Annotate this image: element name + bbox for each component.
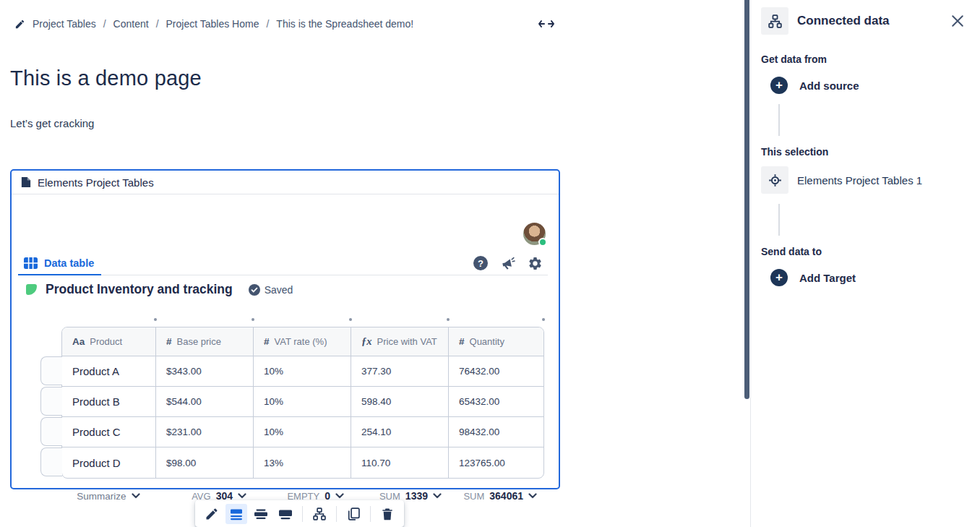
value-cell[interactable]: 76432.00 [449, 356, 544, 386]
add-source-label: Add source [799, 80, 859, 92]
product-cell[interactable]: Product A [62, 356, 156, 386]
edit-page-icon[interactable] [14, 19, 25, 30]
copy-icon[interactable] [343, 504, 364, 524]
toolbar-divider [370, 506, 371, 522]
tab-data-table[interactable]: Data table [18, 252, 101, 275]
send-data-to-label: Send data to [761, 246, 970, 257]
summary-cell[interactable]: SUM364061 [448, 490, 543, 502]
add-target-label: Add Target [799, 272, 856, 284]
breadcrumb-separator: / [266, 18, 269, 30]
row-drag-handle[interactable] [40, 387, 62, 416]
product-cell[interactable]: Product C [62, 417, 156, 447]
breadcrumb-separator: / [103, 18, 106, 30]
breadcrumb-link[interactable]: Content [113, 18, 149, 30]
toolbar-divider [336, 506, 337, 522]
column-resize-dot[interactable] [349, 318, 352, 321]
column-resize-dot[interactable] [154, 318, 157, 321]
product-cell[interactable]: Product D [62, 447, 156, 478]
connector-line [778, 104, 780, 136]
chevron-down-icon [238, 493, 246, 499]
add-source-button[interactable]: + Add source [770, 77, 970, 94]
connector-line [778, 204, 780, 236]
column-header-quantity[interactable]: #Quantity [449, 327, 544, 356]
value-cell[interactable]: 65432.00 [449, 387, 544, 416]
layout-full-width-icon[interactable] [275, 504, 296, 524]
connected-data-icon[interactable] [309, 504, 330, 524]
chevron-down-icon [132, 493, 140, 499]
column-resize-dot[interactable] [252, 318, 254, 321]
summary-cell[interactable]: Summarize [61, 491, 155, 502]
formula-type-icon: ƒx [361, 335, 372, 348]
value-cell[interactable]: 10% [254, 417, 351, 447]
table-row: Product C$231.0010%254.1098432.00 [62, 417, 543, 447]
value-cell[interactable]: 254.10 [351, 417, 449, 447]
layout-center-icon[interactable] [225, 504, 247, 524]
chevron-down-icon [433, 493, 442, 499]
column-label: Price with VAT [377, 336, 437, 347]
settings-gear-icon[interactable] [528, 256, 543, 271]
edit-icon[interactable] [201, 504, 223, 524]
value-cell[interactable]: 10% [254, 356, 351, 386]
column-resize-dot[interactable] [542, 318, 545, 321]
selection-item[interactable]: Elements Project Tables 1 [761, 166, 970, 194]
sheet-title-row: Product Inventory and tracking Saved [26, 282, 293, 297]
close-icon[interactable] [951, 14, 964, 27]
product-cell[interactable]: Product B [62, 387, 156, 416]
row-drag-handle[interactable] [40, 356, 62, 385]
value-cell[interactable]: 13% [254, 447, 351, 478]
value-cell[interactable]: $343.00 [156, 356, 254, 386]
announcement-icon[interactable] [500, 256, 515, 271]
column-label: VAT rate (%) [275, 336, 327, 347]
column-header-vat-rate-[interactable]: #VAT rate (%) [254, 327, 351, 356]
value-cell[interactable]: 10% [254, 387, 351, 416]
page-title: This is a demo page [10, 67, 202, 90]
value-cell[interactable]: 110.70 [351, 447, 449, 478]
breadcrumb: Project Tables/Content/Project Tables Ho… [14, 18, 413, 30]
add-target-button[interactable]: + Add Target [770, 269, 970, 286]
value-cell[interactable]: 98432.00 [449, 417, 544, 447]
chevron-down-icon [528, 493, 537, 499]
get-data-from-label: Get data from [761, 53, 970, 65]
macro-toolbar [195, 500, 404, 527]
avatar[interactable] [523, 223, 546, 245]
value-cell[interactable]: 598.40 [351, 387, 449, 416]
value-cell[interactable]: 123765.00 [449, 447, 544, 478]
tab-label: Data table [44, 257, 94, 269]
column-header-base-price[interactable]: #Base price [156, 327, 254, 356]
macro-titlebar: Elements Project Tables [12, 171, 559, 194]
scrollbar-thumb[interactable] [744, 0, 749, 399]
plus-icon: + [770, 269, 788, 286]
spreadsheet-macro-panel: Elements Project Tables Data table ? [10, 169, 560, 489]
macro-body: Data table ? Product Inventory and track… [12, 194, 559, 488]
plus-icon: + [770, 77, 788, 94]
breadcrumb-link[interactable]: Project Tables Home [166, 18, 259, 30]
breadcrumb-link[interactable]: This is the Spreadsheet demo! [276, 18, 413, 30]
column-header-product[interactable]: AaProduct [62, 327, 156, 356]
column-header-price-with-vat[interactable]: ƒxPrice with VAT [351, 327, 449, 356]
number-type-icon: # [264, 336, 270, 347]
document-icon [21, 176, 31, 188]
column-label: Product [90, 336, 122, 347]
column-label: Quantity [470, 336, 504, 347]
expand-width-icon[interactable] [538, 17, 555, 30]
row-drag-handle[interactable] [40, 417, 62, 446]
value-cell[interactable]: $544.00 [156, 387, 254, 416]
tabbar-actions: ? [473, 256, 548, 271]
chevron-down-icon [335, 493, 344, 499]
column-resize-dot[interactable] [447, 318, 450, 321]
breadcrumb-link[interactable]: Project Tables [33, 18, 96, 30]
summary-label: Summarize [77, 491, 126, 502]
row-drag-handle[interactable] [40, 447, 62, 476]
value-cell[interactable]: 377.30 [351, 356, 449, 386]
help-icon[interactable]: ? [473, 256, 488, 270]
layout-wide-icon[interactable] [250, 504, 272, 524]
main-content-area: Project Tables/Content/Project Tables Ho… [0, 0, 750, 527]
sheet-title[interactable]: Product Inventory and tracking [46, 282, 233, 297]
target-icon [761, 166, 788, 194]
value-cell[interactable]: $231.00 [156, 417, 254, 447]
summary-value: 1339 [405, 490, 428, 502]
tab-bar: Data table ? [18, 252, 548, 275]
macro-title: Elements Project Tables [38, 176, 154, 189]
delete-icon[interactable] [377, 504, 398, 524]
value-cell[interactable]: $98.00 [156, 447, 254, 478]
